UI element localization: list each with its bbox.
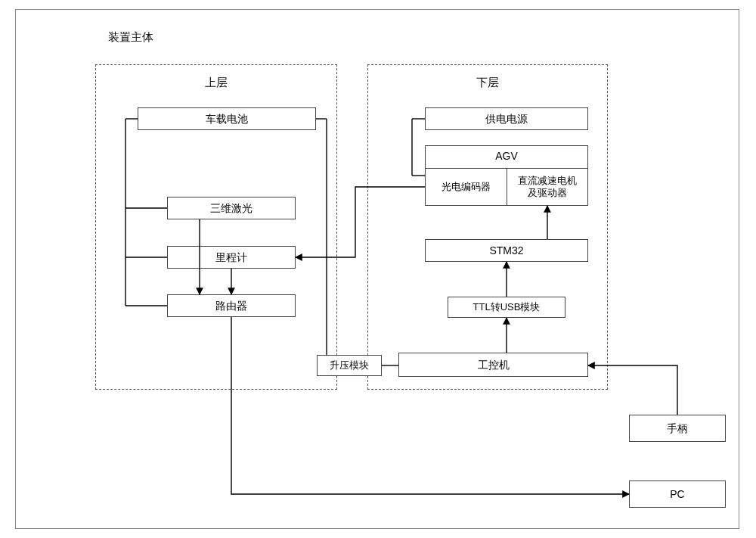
stm32-node: STM32 [425, 239, 588, 262]
ipc-node: 工控机 [398, 353, 588, 377]
handle-node: 手柄 [629, 415, 726, 442]
upper-layer-title: 上层 [96, 76, 336, 90]
motor-driver-node: 直流减速电机 及驱动器 [507, 168, 588, 206]
ttl-usb-node: TTL转USB模块 [448, 297, 565, 318]
battery-node: 车载电池 [138, 107, 316, 130]
lower-layer-title: 下层 [368, 76, 607, 90]
odometer-node: 里程计 [167, 246, 296, 269]
power-supply-node: 供电电源 [425, 107, 588, 130]
router-node: 路由器 [167, 294, 296, 317]
pc-node: PC [629, 480, 726, 508]
diagram-title: 装置主体 [108, 30, 153, 45]
boost-module-node: 升压模块 [317, 355, 382, 376]
lidar3d-node: 三维激光 [167, 197, 296, 219]
agv-label: AGV [495, 146, 518, 163]
encoder-node: 光电编码器 [425, 168, 507, 206]
